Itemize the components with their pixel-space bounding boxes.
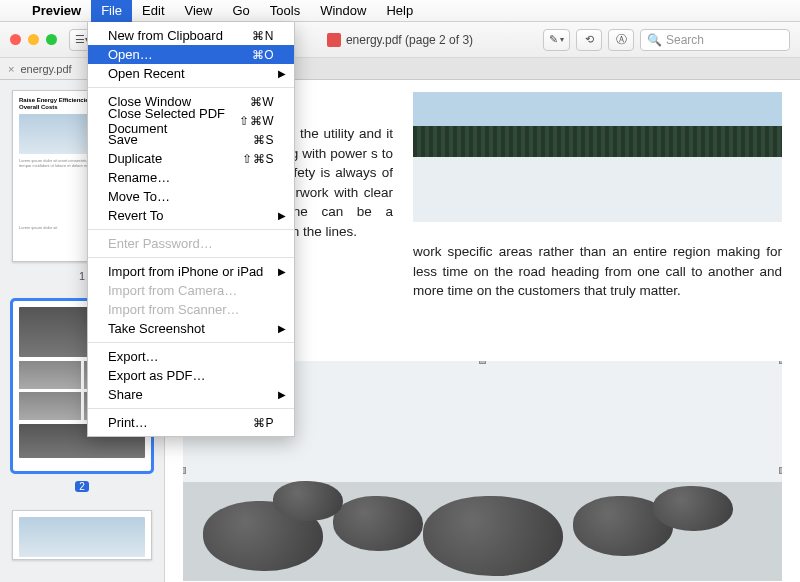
thumb-image [19, 392, 81, 420]
menu-import-camera: Import from Camera… [88, 281, 294, 300]
page-number-2: 2 [10, 480, 154, 492]
menu-open-recent[interactable]: Open Recent▶ [88, 64, 294, 83]
search-icon: 🔍 [647, 33, 662, 47]
menu-app[interactable]: Preview [22, 0, 91, 22]
menu-import-scanner: Import from Scanner… [88, 300, 294, 319]
menu-enter-password: Enter Password… [88, 234, 294, 253]
traffic-lights [0, 34, 57, 45]
resize-handle[interactable] [779, 467, 782, 474]
menu-tools[interactable]: Tools [260, 0, 310, 22]
menu-share[interactable]: Share▶ [88, 385, 294, 404]
chevron-right-icon: ▶ [278, 389, 286, 400]
minimize-window-button[interactable] [28, 34, 39, 45]
body-text: work specific areas rather than an entir… [413, 242, 782, 301]
file-menu-dropdown: New from Clipboard⌘N Open…⌘O Open Recent… [87, 22, 295, 437]
menu-revert-to[interactable]: Revert To▶ [88, 206, 294, 225]
menu-open[interactable]: Open…⌘O [88, 45, 294, 64]
menubar: Preview File Edit View Go Tools Window H… [0, 0, 800, 22]
separator [88, 408, 294, 409]
markup-button[interactable]: ✎▾ [543, 29, 570, 51]
chevron-right-icon: ▶ [278, 68, 286, 79]
annotate-button[interactable]: Ⓐ [608, 29, 634, 51]
menu-export[interactable]: Export… [88, 347, 294, 366]
sidebar-icon: ☰ [75, 33, 85, 46]
menu-export-pdf[interactable]: Export as PDF… [88, 366, 294, 385]
zoom-window-button[interactable] [46, 34, 57, 45]
menu-edit[interactable]: Edit [132, 0, 174, 22]
chevron-down-icon: ▾ [560, 35, 564, 44]
separator [88, 342, 294, 343]
menu-help[interactable]: Help [376, 0, 423, 22]
menu-print[interactable]: Print…⌘P [88, 413, 294, 432]
article-image-mountain [413, 92, 782, 222]
menu-rename[interactable]: Rename… [88, 168, 294, 187]
menu-move-to[interactable]: Move To… [88, 187, 294, 206]
menu-take-screenshot[interactable]: Take Screenshot▶ [88, 319, 294, 338]
menu-view[interactable]: View [175, 0, 223, 22]
chevron-right-icon: ▶ [278, 210, 286, 221]
separator [88, 229, 294, 230]
close-tab-icon[interactable]: × [8, 63, 14, 75]
pdf-icon [327, 33, 341, 47]
rotate-icon: ⟲ [585, 33, 594, 46]
chevron-right-icon: ▶ [278, 323, 286, 334]
thumbnail-page-3[interactable] [12, 510, 152, 560]
menu-window[interactable]: Window [310, 0, 376, 22]
menu-file[interactable]: File [91, 0, 132, 22]
menu-go[interactable]: Go [222, 0, 259, 22]
resize-handle[interactable] [183, 467, 186, 474]
resize-handle[interactable] [779, 361, 782, 364]
separator [88, 87, 294, 88]
menu-import-ios[interactable]: Import from iPhone or iPad▶ [88, 262, 294, 281]
menu-new-from-clipboard[interactable]: New from Clipboard⌘N [88, 26, 294, 45]
annotate-icon: Ⓐ [616, 32, 627, 47]
close-window-button[interactable] [10, 34, 21, 45]
menu-save[interactable]: Save⌘S [88, 130, 294, 149]
search-field[interactable]: 🔍 Search [640, 29, 790, 51]
menu-duplicate[interactable]: Duplicate⇧⌘S [88, 149, 294, 168]
separator [88, 257, 294, 258]
search-placeholder: Search [666, 33, 704, 47]
thumb-image [19, 361, 81, 389]
thumb-image [19, 517, 145, 557]
rotate-button[interactable]: ⟲ [576, 29, 602, 51]
chevron-right-icon: ▶ [278, 266, 286, 277]
pencil-icon: ✎ [549, 33, 558, 46]
resize-handle[interactable] [479, 361, 486, 364]
tab-energy[interactable]: × energy.pdf [0, 58, 93, 79]
menu-close-selected-doc[interactable]: Close Selected PDF Document⇧⌘W [88, 111, 294, 130]
